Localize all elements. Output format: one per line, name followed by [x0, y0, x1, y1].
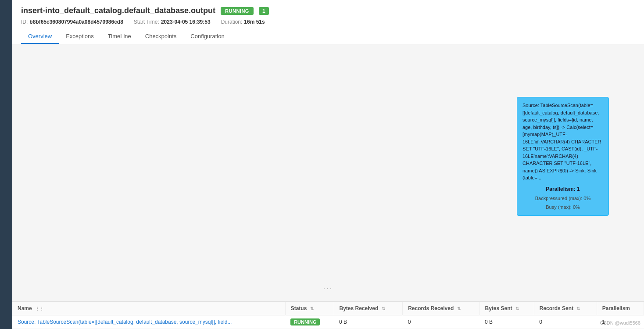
table-area: Name ⋮⋮ Status ⇅ Bytes Received ⇅ Record… — [12, 301, 644, 329]
col-records-sent: Records Sent ⇅ — [534, 302, 597, 315]
row-bytes-received: 0 B — [334, 315, 403, 329]
node-tooltip[interactable]: Source: TableSourceScan(table=[[default_… — [517, 97, 609, 216]
row-bytes-sent: 0 B — [479, 315, 534, 329]
header: insert-into_default_catalog.default_data… — [12, 0, 644, 44]
tab-exceptions[interactable]: Exceptions — [59, 29, 101, 44]
table-row: Source: TableSourceScan(table=[[default_… — [12, 315, 644, 329]
row-status-badge: RUNNING — [290, 318, 320, 325]
tab-configuration[interactable]: Configuration — [183, 29, 231, 44]
records-sent-sort-icon: ⇅ — [576, 306, 580, 311]
duration-value: 16m 51s — [244, 19, 265, 25]
sidebar — [0, 0, 12, 329]
col-name: Name ⋮⋮ — [12, 302, 285, 315]
status-sort-icon: ⇅ — [310, 306, 314, 311]
id-value: b8bf65c360807994a0a08d4570986cd8 — [29, 19, 123, 25]
duration-item: Duration: 16m 51s — [221, 19, 265, 25]
records-recv-sort-icon: ⇅ — [457, 306, 461, 311]
status-badge: RUNNING — [221, 7, 254, 15]
title-row: insert-into_default_catalog.default_data… — [21, 6, 635, 15]
duration-label: Duration: — [221, 19, 243, 25]
tab-timeline[interactable]: TimeLine — [101, 29, 138, 44]
start-value: 2023-04-05 16:39:53 — [161, 19, 211, 25]
tooltip-backpressured: Backpressured (max): 0% — [522, 195, 603, 202]
col-bytes-received: Bytes Received ⇅ — [334, 302, 403, 315]
main-content: insert-into_default_catalog.default_data… — [12, 0, 644, 329]
bytes-recv-sort-icon: ⇅ — [382, 306, 385, 311]
canvas-area: Source: TableSourceScan(table=[[default_… — [12, 44, 644, 301]
row-records-sent: 0 — [534, 315, 597, 329]
canvas-ellipsis: ··· — [323, 285, 333, 293]
job-title: insert-into_default_catalog.default_data… — [21, 6, 215, 15]
col-status: Status ⇅ — [285, 302, 334, 315]
tabs: Overview Exceptions TimeLine Checkpoints… — [21, 29, 635, 44]
col-records-received: Records Received ⇅ — [403, 302, 479, 315]
tab-checkpoints[interactable]: Checkpoints — [138, 29, 184, 44]
row-name-link: Source: TableSourceScan(table=[[default_… — [18, 319, 232, 325]
start-time-item: Start Time: 2023-04-05 16:39:53 — [134, 19, 211, 25]
tooltip-parallelism: Parallelism: 1 — [522, 185, 603, 193]
watermark: CSDN @wudi5566 — [600, 320, 641, 325]
id-item: ID: b8bf65c360807994a0a08d4570986cd8 — [21, 19, 123, 25]
tooltip-busy: Busy (max): 0% — [522, 204, 603, 211]
jobs-table: Name ⋮⋮ Status ⇅ Bytes Received ⇅ Record… — [12, 302, 644, 329]
meta-row: ID: b8bf65c360807994a0a08d4570986cd8 Sta… — [21, 19, 635, 25]
id-label: ID: — [21, 19, 28, 25]
row-status: RUNNING — [285, 315, 334, 329]
table-body: Source: TableSourceScan(table=[[default_… — [12, 315, 644, 329]
col-parallelism: Parallelism — [597, 302, 644, 315]
name-sort-icon: ⋮⋮ — [35, 306, 44, 311]
col-bytes-sent: Bytes Sent ⇅ — [479, 302, 534, 315]
count-badge: 1 — [259, 7, 269, 15]
start-label: Start Time: — [134, 19, 159, 25]
tab-overview[interactable]: Overview — [21, 29, 59, 44]
row-name[interactable]: Source: TableSourceScan(table=[[default_… — [12, 315, 285, 329]
bytes-sent-sort-icon: ⇅ — [515, 306, 519, 311]
table-header: Name ⋮⋮ Status ⇅ Bytes Received ⇅ Record… — [12, 302, 644, 315]
tooltip-description: Source: TableSourceScan(table=[[default_… — [522, 102, 603, 182]
row-records-received: 0 — [403, 315, 479, 329]
